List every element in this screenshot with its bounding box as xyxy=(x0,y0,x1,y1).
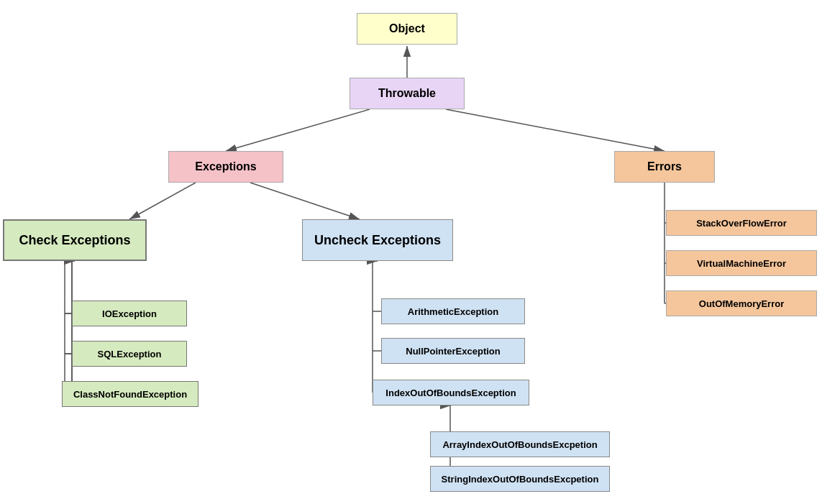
stringindex-label: StringIndexOutOfBoundsExcpetion xyxy=(442,474,599,485)
ioexception-label: IOException xyxy=(102,308,157,319)
svg-line-5 xyxy=(250,183,360,219)
outofmemory-label: OutOfMemoryError xyxy=(699,298,784,309)
node-throwable: Throwable xyxy=(350,78,465,109)
classnotfound-label: ClassNotFoundException xyxy=(73,389,187,400)
sqlexception-label: SQLException xyxy=(98,349,162,359)
node-arithmetic: ArithmeticException xyxy=(381,298,525,324)
node-outofmemory: OutOfMemoryError xyxy=(666,290,817,316)
check-exceptions-label: Check Exceptions xyxy=(19,233,130,248)
node-virtualmachine: VirtualMachineError xyxy=(666,250,817,276)
node-nullpointer: NullPointerException xyxy=(381,338,525,364)
errors-label: Errors xyxy=(647,160,682,173)
svg-line-3 xyxy=(446,109,665,151)
diagram: Object Throwable Exceptions Errors Check… xyxy=(0,0,840,504)
throwable-label: Throwable xyxy=(378,87,436,100)
arithmetic-label: ArithmeticException xyxy=(408,306,498,317)
uncheck-exceptions-label: Uncheck Exceptions xyxy=(314,233,441,248)
node-check-exceptions: Check Exceptions xyxy=(3,219,147,261)
node-ioexception: IOException xyxy=(72,301,187,326)
node-exceptions: Exceptions xyxy=(168,151,283,183)
node-indexoutofbounds: IndexOutOfBoundsException xyxy=(373,380,529,406)
nullpointer-label: NullPointerException xyxy=(406,346,500,357)
node-object: Object xyxy=(357,13,457,45)
object-label: Object xyxy=(389,22,425,35)
node-errors: Errors xyxy=(614,151,715,183)
node-stringindex: StringIndexOutOfBoundsExcpetion xyxy=(430,466,610,492)
node-stackoverflow: StackOverFlowError xyxy=(666,210,817,236)
node-uncheck-exceptions: Uncheck Exceptions xyxy=(302,219,453,261)
svg-line-4 xyxy=(129,183,196,219)
exceptions-label: Exceptions xyxy=(195,160,256,173)
stackoverflow-label: StackOverFlowError xyxy=(696,218,787,229)
svg-line-2 xyxy=(226,109,370,151)
node-classnotfound: ClassNotFoundException xyxy=(62,381,198,407)
node-sqlexception: SQLException xyxy=(72,341,187,367)
node-arrayindex: ArrayIndexOutOfBoundsExcpetion xyxy=(430,431,610,457)
indexoutofbounds-label: IndexOutOfBoundsException xyxy=(385,388,516,398)
virtualmachine-label: VirtualMachineError xyxy=(697,258,786,269)
arrayindex-label: ArrayIndexOutOfBoundsExcpetion xyxy=(442,439,597,450)
